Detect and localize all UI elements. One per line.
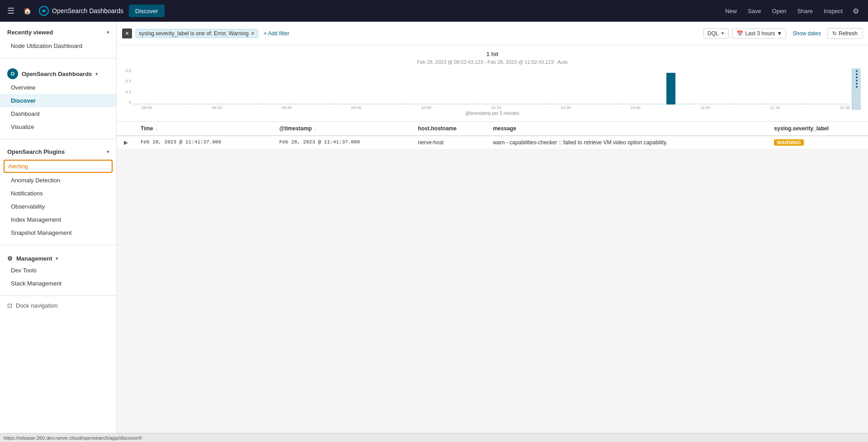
severity-filter-tag[interactable]: syslog.severity_label is one of: Error, … bbox=[136, 29, 258, 38]
bar-50[interactable] bbox=[646, 104, 655, 105]
time-range-selector[interactable]: 📅 Last 3 hours ▼ bbox=[732, 29, 786, 38]
bar-39[interactable] bbox=[533, 104, 542, 105]
severity-column-header[interactable]: syslog.severity_label bbox=[769, 122, 868, 136]
bar-2[interactable] bbox=[153, 104, 163, 105]
bar-0[interactable] bbox=[133, 104, 142, 105]
bar-37[interactable] bbox=[512, 104, 522, 105]
sidebar-item-visualize[interactable]: Visualize bbox=[0, 120, 116, 133]
new-button[interactable]: New bbox=[721, 6, 741, 16]
save-button[interactable]: Save bbox=[743, 6, 766, 16]
bar-17[interactable] bbox=[307, 104, 317, 105]
bar-38[interactable] bbox=[523, 104, 532, 105]
bar-48[interactable] bbox=[625, 104, 635, 105]
management-header[interactable]: ⚙ Management ▾ bbox=[0, 251, 116, 264]
bar-62[interactable] bbox=[769, 104, 778, 105]
dql-dropdown-icon[interactable]: ▼ bbox=[720, 31, 725, 36]
bar-11[interactable] bbox=[246, 104, 255, 105]
bar-20[interactable] bbox=[338, 104, 348, 105]
inspect-button[interactable]: Inspect bbox=[819, 6, 847, 16]
recently-viewed-header[interactable]: Recently viewed ▾ bbox=[0, 25, 116, 39]
bar-64[interactable] bbox=[789, 104, 799, 105]
bar-3[interactable] bbox=[164, 104, 173, 105]
bar-67[interactable] bbox=[820, 104, 830, 105]
bar-29[interactable] bbox=[430, 104, 440, 105]
bar-49[interactable] bbox=[636, 104, 645, 105]
bar-9[interactable] bbox=[225, 104, 235, 105]
home-button[interactable]: 🏠 bbox=[22, 5, 33, 16]
bar-53[interactable] bbox=[676, 104, 686, 105]
settings-icon[interactable]: ⚙ bbox=[849, 5, 863, 17]
bar-58[interactable] bbox=[728, 104, 737, 105]
bar-46[interactable] bbox=[605, 104, 614, 105]
bar-24[interactable] bbox=[379, 104, 389, 105]
bar-21[interactable] bbox=[348, 104, 358, 105]
bar-6[interactable] bbox=[194, 104, 204, 105]
sidebar-item-stack-management[interactable]: Stack Management bbox=[0, 277, 116, 290]
right-panel-toggle[interactable] bbox=[852, 68, 861, 110]
bar-8[interactable] bbox=[215, 104, 225, 105]
bar-10[interactable] bbox=[236, 104, 245, 105]
bar-69[interactable] bbox=[840, 104, 850, 105]
bar-18[interactable] bbox=[317, 104, 327, 105]
refresh-button[interactable]: ↻ Refresh bbox=[827, 28, 863, 39]
bar-63[interactable] bbox=[779, 104, 788, 105]
bar-16[interactable] bbox=[297, 104, 307, 105]
bar-32[interactable] bbox=[461, 104, 471, 105]
message-column-header[interactable]: message bbox=[487, 122, 769, 136]
sidebar-item-alerting[interactable]: Alerting bbox=[4, 160, 113, 173]
bar-14[interactable] bbox=[277, 104, 286, 105]
bar-66[interactable] bbox=[810, 104, 819, 105]
bar-47[interactable] bbox=[615, 104, 624, 105]
bar-65[interactable] bbox=[800, 104, 809, 105]
sidebar-item-observability[interactable]: Observability bbox=[0, 200, 116, 213]
bar-19[interactable] bbox=[328, 104, 337, 105]
bar-15[interactable] bbox=[287, 104, 296, 105]
bar-5[interactable] bbox=[184, 104, 193, 105]
dock-navigation-button[interactable]: ⊡ Dock navigation bbox=[0, 298, 116, 314]
bar-30[interactable] bbox=[441, 104, 450, 105]
bar-55[interactable] bbox=[697, 104, 707, 105]
expand-cell[interactable]: ▶ bbox=[117, 136, 135, 149]
sidebar-item-dev-tools[interactable]: Dev Tools bbox=[0, 264, 116, 277]
open-button[interactable]: Open bbox=[768, 6, 791, 16]
opensearch-plugins-header[interactable]: OpenSearch Plugins ▾ bbox=[0, 145, 116, 159]
bar-54[interactable] bbox=[687, 104, 696, 105]
bar-40[interactable] bbox=[543, 104, 553, 105]
bar-28[interactable] bbox=[420, 104, 429, 105]
opensearch-dashboards-header[interactable]: O OpenSearch Dashboards ▾ bbox=[0, 64, 116, 81]
bar-59[interactable] bbox=[738, 104, 748, 105]
bar-42[interactable] bbox=[564, 104, 573, 105]
bar-25[interactable] bbox=[389, 104, 399, 105]
bar-68[interactable] bbox=[830, 104, 840, 105]
sidebar-item-index-management[interactable]: Index Management bbox=[0, 213, 116, 226]
bar-4[interactable] bbox=[174, 104, 184, 105]
expand-button[interactable]: ▶ bbox=[122, 139, 130, 146]
bar-41[interactable] bbox=[553, 104, 563, 105]
bar-56[interactable] bbox=[708, 104, 717, 105]
bar-57[interactable] bbox=[717, 104, 727, 105]
bar-36[interactable] bbox=[502, 104, 512, 105]
bar-52[interactable] bbox=[666, 73, 676, 105]
hamburger-button[interactable]: ☰ bbox=[5, 5, 16, 17]
sidebar-item-discover[interactable]: Discover bbox=[0, 94, 116, 107]
close-sidebar-button[interactable]: ✕ bbox=[122, 29, 132, 38]
remove-filter-icon[interactable]: ✕ bbox=[250, 30, 255, 37]
bar-1[interactable] bbox=[143, 104, 153, 105]
sidebar-item-anomaly-detection[interactable]: Anomaly Detection bbox=[0, 174, 116, 187]
time-column-header[interactable]: Time ↓ bbox=[135, 122, 274, 136]
bar-34[interactable] bbox=[481, 104, 491, 105]
recently-viewed-item-dashboard[interactable]: Node Utilization Dashboard bbox=[0, 39, 116, 52]
bar-45[interactable] bbox=[594, 104, 604, 105]
timestamp-column-header[interactable]: @timestamp ↓ bbox=[274, 122, 413, 136]
bar-61[interactable] bbox=[759, 104, 768, 105]
bar-13[interactable] bbox=[266, 104, 276, 105]
sidebar-item-overview[interactable]: Overview bbox=[0, 81, 116, 94]
show-dates-button[interactable]: Show dates bbox=[790, 29, 824, 38]
bar-43[interactable] bbox=[574, 104, 584, 105]
sidebar-item-dashboard[interactable]: Dashboard bbox=[0, 107, 116, 120]
bar-44[interactable] bbox=[584, 104, 594, 105]
bar-60[interactable] bbox=[748, 104, 758, 105]
add-filter-button[interactable]: + Add filter bbox=[261, 29, 292, 38]
bar-22[interactable] bbox=[359, 104, 368, 105]
bar-26[interactable] bbox=[400, 104, 409, 105]
